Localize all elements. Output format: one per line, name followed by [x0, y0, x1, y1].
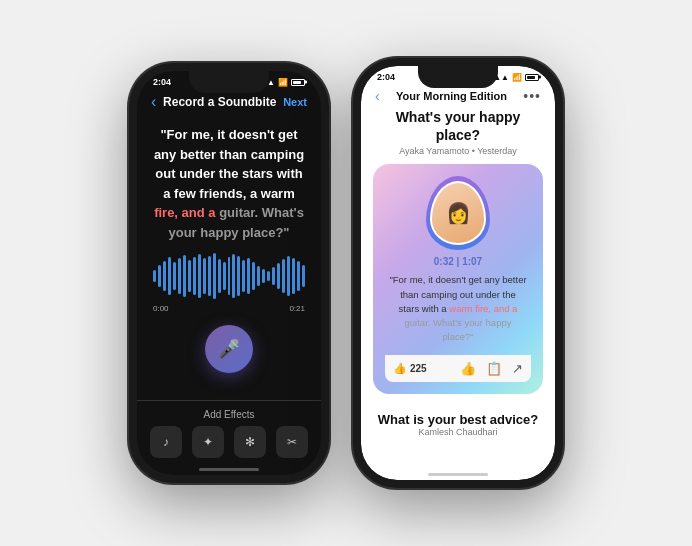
content-dark: "For me, it doesn't get any better than …	[137, 117, 321, 400]
wifi-icon-right: 📶	[512, 73, 522, 82]
waveform	[153, 252, 305, 300]
like-icon: 👍	[393, 362, 407, 375]
like-group: 👍 225	[393, 362, 427, 375]
time-progress: 0:32 | 1:07	[434, 256, 482, 267]
mic-button[interactable]: 🎤	[205, 325, 253, 373]
reaction-bar: 👍 225 👍 📋 ↗	[385, 355, 531, 382]
time-start: 0:00	[153, 304, 169, 313]
like-count: 225	[410, 363, 427, 374]
home-indicator-left	[199, 468, 259, 471]
add-effects-title: Add Effects	[137, 409, 321, 420]
effect-music[interactable]: ♪	[150, 426, 182, 458]
effect-sparkle[interactable]: ✦	[192, 426, 224, 458]
nav-title-right: Your Morning Edition	[396, 90, 507, 102]
post1-title: What's your happy place?	[373, 108, 543, 144]
time-left: 2:04	[153, 77, 171, 87]
quote-text: "For me, it doesn't get any better than …	[153, 125, 305, 242]
card-quote: "For me, it doesn't get any better than …	[385, 273, 531, 344]
time-end: 0:21	[289, 304, 305, 313]
post2-title: What is your best advice?	[373, 412, 543, 427]
card-quote-fire: fire, and a	[475, 303, 517, 314]
back-button-right[interactable]: ‹	[375, 88, 380, 104]
avatar-inner: 👩	[430, 181, 486, 245]
reaction-icons-row: 👍 📋 ↗	[460, 361, 523, 376]
nav-bar-left: ‹ Record a Soundbite Next	[137, 89, 321, 117]
bookmark-icon[interactable]: 📋	[486, 361, 502, 376]
more-button[interactable]: •••	[523, 88, 541, 104]
wifi-icon-left: 📶	[278, 78, 288, 87]
quote-highlight: fire, and a	[154, 205, 215, 220]
time-row: 0:00 0:21	[153, 304, 305, 313]
screen-left: 2:04 ▲▲▲ 📶 ‹ Record a Soundbite Next "Fo…	[137, 71, 321, 475]
next-post: What is your best advice? Kamlesh Chaudh…	[373, 404, 543, 441]
share-icon[interactable]: ↗	[512, 361, 523, 376]
home-indicator-right	[428, 473, 488, 476]
notch-right	[418, 66, 498, 88]
screen-right: 2:04 ▲▲▲ 📶 ‹ Your Morning Edition ••• Wh…	[361, 66, 555, 480]
phone-right: 2:04 ▲▲▲ 📶 ‹ Your Morning Edition ••• Wh…	[353, 58, 563, 488]
thumbsup-icon[interactable]: 👍	[460, 361, 476, 376]
avatar-ring: 👩	[426, 176, 490, 250]
effect-cut[interactable]: ✂	[276, 426, 308, 458]
nav-title-left: Record a Soundbite	[163, 95, 276, 109]
post2-meta: Kamlesh Chaudhari	[373, 427, 543, 437]
next-button[interactable]: Next	[283, 96, 307, 108]
card-area: What's your happy place? Ayaka Yamamoto …	[361, 108, 555, 469]
card-quote-gray: guitar. What's your happy place?"	[405, 317, 512, 342]
quote-main: "For me, it doesn't get any better than …	[154, 127, 304, 201]
back-button-left[interactable]: ‹	[151, 93, 156, 111]
effect-star[interactable]: ✻	[234, 426, 266, 458]
effects-icons-row: ♪ ✦ ✻ ✂	[137, 426, 321, 458]
add-effects-section: Add Effects ♪ ✦ ✻ ✂	[137, 400, 321, 462]
phone-left: 2:04 ▲▲▲ 📶 ‹ Record a Soundbite Next "Fo…	[129, 63, 329, 483]
battery-icon-left	[291, 79, 305, 86]
battery-icon-right	[525, 74, 539, 81]
gradient-card[interactable]: 👩 0:32 | 1:07 "For me, it doesn't get an…	[373, 164, 543, 393]
notch-left	[189, 71, 269, 93]
post1-meta: Ayaka Yamamoto • Yesterday	[373, 146, 543, 156]
card-quote-warm: warm	[449, 303, 475, 314]
time-right: 2:04	[377, 72, 395, 82]
